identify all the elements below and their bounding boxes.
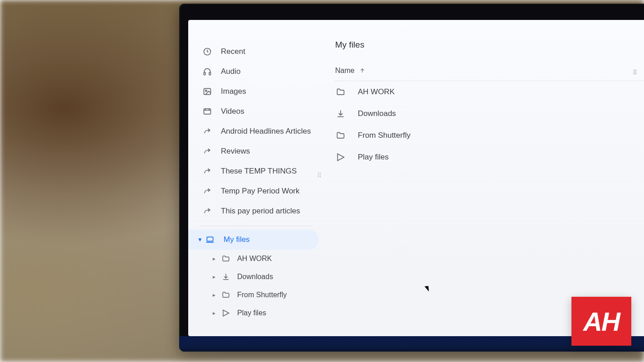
tree-item-label: From Shutterfly: [237, 291, 287, 299]
column-header-name[interactable]: Name: [334, 61, 644, 81]
laptop-icon: [205, 234, 215, 245]
sort-ascending-icon: [359, 68, 366, 74]
file-row[interactable]: AH WORK: [334, 81, 644, 103]
headphones-icon: [202, 66, 213, 77]
svg-rect-6: [207, 237, 213, 241]
play-icon: [335, 152, 346, 163]
sidebar-item-audio[interactable]: Audio: [188, 62, 324, 82]
sidebar-item-label: Audio: [221, 67, 240, 76]
clock-icon: [202, 46, 213, 57]
folder-icon: [221, 254, 231, 264]
folder-icon: [221, 290, 231, 300]
sidebar: Recent Audio Images Videos: [188, 20, 324, 336]
sidebar-item-label: Recent: [221, 47, 245, 56]
sidebar-item-label: My files: [224, 235, 250, 244]
caret-right-icon: ▸: [213, 274, 218, 280]
download-icon: [335, 108, 346, 119]
caret-right-icon: ▸: [213, 256, 218, 262]
download-icon: [221, 272, 231, 282]
file-row[interactable]: Play files: [334, 146, 644, 168]
svg-rect-1: [204, 72, 205, 75]
sidebar-item-label: Android Headlines Articles: [221, 127, 311, 136]
caret-down-icon: ▼: [197, 237, 203, 243]
tree-item-label: AH WORK: [237, 255, 272, 263]
sidebar-shortcut[interactable]: Android Headlines Articles: [188, 121, 324, 141]
play-icon: [221, 308, 231, 318]
caret-right-icon: ▸: [213, 292, 218, 298]
sidebar-shortcut[interactable]: Temp Pay Period Work: [188, 181, 324, 201]
file-row-label: Downloads: [358, 109, 396, 118]
sidebar-item-myfiles[interactable]: ▼ My files: [188, 230, 319, 250]
files-app-window: Recent Audio Images Videos: [188, 20, 644, 336]
tree-item-label: Play files: [237, 309, 266, 317]
page-title: My files: [334, 40, 644, 50]
shortcut-icon: [202, 146, 213, 157]
folder-icon: [335, 130, 346, 141]
svg-point-4: [205, 90, 207, 92]
tree-item-shutterfly[interactable]: ▸ From Shutterfly: [188, 286, 324, 304]
file-row-label: From Shutterfly: [358, 131, 410, 140]
tree-item-ahwork[interactable]: ▸ AH WORK: [188, 250, 324, 268]
ah-watermark: AH: [571, 297, 631, 346]
file-row-label: AH WORK: [358, 87, 395, 97]
sidebar-item-label: This pay period articles: [221, 207, 300, 216]
shortcut-icon: [202, 166, 213, 177]
tree-item-downloads[interactable]: ▸ Downloads: [188, 268, 324, 286]
shortcut-icon: [202, 186, 213, 197]
sidebar-resize-handle[interactable]: ⠿: [317, 172, 322, 179]
caret-right-icon: ▸: [213, 310, 218, 316]
file-row[interactable]: Downloads: [334, 103, 644, 125]
shortcut-icon: [202, 206, 213, 217]
sidebar-item-label: Images: [221, 87, 246, 96]
shortcut-icon: [202, 126, 213, 137]
sidebar-shortcut[interactable]: Reviews: [188, 141, 324, 161]
sidebar-item-recent[interactable]: Recent: [188, 42, 324, 62]
sidebar-item-label: Temp Pay Period Work: [221, 187, 300, 196]
file-row[interactable]: From Shutterfly: [334, 125, 644, 146]
sidebar-shortcut[interactable]: These TEMP THINGS: [188, 161, 324, 181]
sidebar-shortcut[interactable]: This pay period articles: [188, 201, 324, 221]
view-toggle-grid[interactable]: ⠿: [633, 69, 638, 76]
ah-watermark-text: AH: [583, 306, 620, 337]
tree-item-playfiles[interactable]: ▸ Play files: [188, 304, 324, 322]
svg-rect-2: [209, 72, 210, 75]
file-row-label: Play files: [358, 153, 389, 162]
sidebar-item-label: Reviews: [221, 147, 250, 156]
image-icon: [202, 86, 213, 97]
folder-icon: [335, 87, 346, 97]
sidebar-item-videos[interactable]: Videos: [188, 101, 324, 121]
sidebar-item-label: Videos: [221, 107, 244, 116]
column-header-label: Name: [335, 67, 355, 75]
svg-rect-5: [204, 109, 211, 114]
video-icon: [202, 106, 213, 117]
main-pane: My files Name ⠿ AH WORK Downloads: [324, 20, 644, 336]
sidebar-separator: [200, 226, 312, 226]
sidebar-item-label: These TEMP THINGS: [221, 167, 297, 176]
tree-item-label: Downloads: [237, 273, 273, 281]
sidebar-item-images[interactable]: Images: [188, 82, 324, 101]
